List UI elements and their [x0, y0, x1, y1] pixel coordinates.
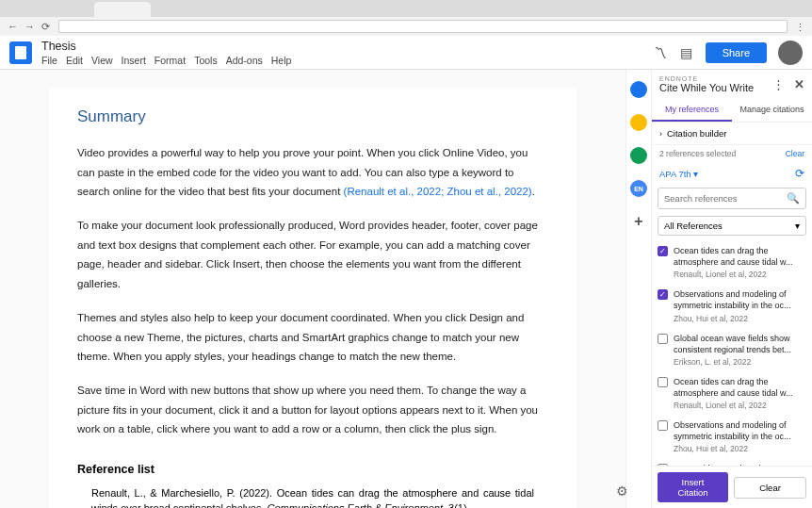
- menu-insert[interactable]: Insert: [122, 55, 146, 66]
- search-icon[interactable]: 🔍: [787, 192, 800, 205]
- paragraph-1: Video provides a powerful way to help yo…: [77, 143, 548, 202]
- reference-body: Observations and modeling of symmetric i…: [674, 419, 806, 453]
- reference-entry: Renault, L., & Marchesiello, P. (2022). …: [77, 485, 548, 508]
- ref-journal: Communications Earth & Environment: [268, 502, 443, 508]
- reference-item[interactable]: Global ocean wave fields show consistent…: [652, 329, 812, 372]
- reference-search[interactable]: 🔍: [658, 188, 806, 209]
- selection-status-row: 2 references selected Clear: [652, 145, 812, 162]
- header-right: 〽 ▤ Share: [653, 41, 803, 65]
- menu-edit[interactable]: Edit: [66, 55, 83, 66]
- sidebar-brand: ENDNOTE: [659, 75, 754, 82]
- main-layout: Summary Video provides a powerful way to…: [0, 70, 812, 508]
- paragraph-4: Save time in Word with new buttons that …: [77, 381, 548, 439]
- document-page[interactable]: Summary Video provides a powerful way to…: [49, 89, 577, 508]
- document-title[interactable]: Thesis: [41, 40, 291, 53]
- reference-meta: Renault, Lionel et al, 2022: [674, 401, 806, 410]
- reference-item[interactable]: ✓Ocean tides can drag the atmosphere and…: [652, 241, 812, 285]
- reference-meta: Zhou, Hui et al, 2022: [674, 444, 806, 453]
- reference-checkbox[interactable]: ✓: [658, 289, 668, 300]
- refresh-icon[interactable]: ⟳: [795, 167, 804, 180]
- paragraph-2: To make your document look professionall…: [77, 216, 548, 294]
- reference-item[interactable]: ✓Observations and modeling of symmetric …: [652, 285, 812, 328]
- sidebar-close-icon[interactable]: ✕: [794, 77, 804, 91]
- addon-tasks-icon[interactable]: [630, 147, 647, 164]
- filter-label: All References: [664, 221, 723, 231]
- clear-button[interactable]: Clear: [734, 477, 806, 499]
- reference-title: Ocean tides can drag the atmosphere and …: [674, 376, 806, 399]
- reference-body: Ocean tides can drag the atmosphere and …: [674, 245, 806, 279]
- selection-count: 2 references selected: [659, 149, 736, 158]
- reference-checkbox[interactable]: ✓: [658, 246, 668, 256]
- browser-tab[interactable]: [94, 2, 151, 17]
- menu-help[interactable]: Help: [271, 55, 292, 66]
- inline-citation[interactable]: (Renault et al., 2022; Zhou et al., 2022…: [344, 186, 532, 197]
- activity-icon[interactable]: 〽: [653, 45, 668, 60]
- reference-body: Global ocean wave fields show consistent…: [674, 333, 806, 367]
- menu-format[interactable]: Format: [154, 55, 186, 66]
- tab-my-references[interactable]: My references: [652, 99, 732, 122]
- back-icon[interactable]: ←: [8, 21, 17, 32]
- comments-icon[interactable]: ▤: [679, 45, 694, 60]
- forward-icon[interactable]: →: [24, 21, 34, 32]
- addon-calendar-icon[interactable]: [630, 81, 647, 98]
- url-input[interactable]: [58, 20, 788, 33]
- heading-summary: Summary: [77, 107, 548, 126]
- tab-strip: [0, 0, 812, 17]
- ref-text-b: , 3(1).: [443, 502, 470, 508]
- doc-meta: Thesis File Edit View Insert Format Tool…: [41, 40, 291, 66]
- citation-style-label: APA 7th: [659, 169, 691, 179]
- url-bar-row: ← → ⟳ ⋮: [0, 17, 812, 36]
- add-addon-icon[interactable]: +: [630, 213, 647, 230]
- reference-list[interactable]: ✓Ocean tides can drag the atmosphere and…: [652, 239, 812, 466]
- sidebar-header: ENDNOTE Cite While You Write ⋮ ✕: [652, 70, 812, 99]
- share-button[interactable]: Share: [706, 42, 767, 63]
- reference-item[interactable]: Observations and modeling of symmetric i…: [652, 416, 812, 459]
- browser-menu-icon[interactable]: ⋮: [795, 22, 804, 31]
- reference-meta: Zhou, Hui et al, 2022: [674, 314, 806, 323]
- vertical-addon-strip: EN +: [625, 70, 652, 508]
- reference-checkbox[interactable]: [658, 420, 668, 431]
- sidebar-title: Cite While You Write: [659, 82, 754, 93]
- menu-view[interactable]: View: [91, 55, 113, 66]
- reference-body: Observations and modeling of symmetric i…: [674, 288, 806, 322]
- citation-style-row: APA 7th ▾ ⟳: [652, 162, 812, 185]
- reference-title: Ocean tides can drag the atmosphere and …: [674, 245, 806, 268]
- docs-logo-icon[interactable]: [9, 41, 32, 64]
- para1-text-b: .: [532, 186, 535, 197]
- browser-chrome: ← → ⟳ ⋮: [0, 0, 812, 36]
- addon-endnote-icon[interactable]: EN: [630, 180, 647, 197]
- clear-selection-link[interactable]: Clear: [786, 149, 804, 158]
- endnote-sidebar: ENDNOTE Cite While You Write ⋮ ✕ My refe…: [652, 70, 812, 508]
- paragraph-3: Themes and styles also help to keep your…: [77, 308, 548, 367]
- menu-bar: File Edit View Insert Format Tools Add-o…: [41, 55, 291, 66]
- menu-file[interactable]: File: [41, 55, 57, 66]
- menu-addons[interactable]: Add-ons: [226, 55, 263, 66]
- citation-style-dropdown[interactable]: APA 7th ▾: [659, 169, 698, 179]
- sidebar-tabs: My references Manage citations: [652, 99, 812, 123]
- reference-item[interactable]: Ocean tides can drag the atmosphere and …: [652, 372, 812, 416]
- chevron-right-icon: ›: [659, 129, 662, 139]
- reference-title: Global ocean wave fields show consistent…: [674, 333, 806, 355]
- reference-body: Ocean tides can drag the atmosphere and …: [674, 376, 806, 410]
- sidebar-footer: Insert Citation Clear: [652, 466, 812, 508]
- reference-checkbox[interactable]: [658, 377, 668, 387]
- reference-checkbox[interactable]: [658, 334, 668, 344]
- addon-keep-icon[interactable]: [630, 114, 647, 131]
- insert-citation-button[interactable]: Insert Citation: [658, 472, 728, 502]
- reference-list-heading: Reference list: [77, 463, 548, 476]
- reference-item[interactable]: Ocean tides can drag the atmosphere and …: [652, 459, 812, 466]
- citation-builder-toggle[interactable]: › Citation builder: [652, 123, 812, 145]
- sidebar-menu-icon[interactable]: ⋮: [772, 77, 785, 91]
- app-header: Thesis File Edit View Insert Format Tool…: [0, 36, 812, 70]
- reference-search-input[interactable]: [664, 193, 787, 204]
- user-avatar[interactable]: [778, 41, 803, 65]
- chevron-down-icon: ▾: [795, 221, 800, 231]
- reference-title: Observations and modeling of symmetric i…: [674, 288, 806, 311]
- reload-icon[interactable]: ⟳: [41, 21, 51, 33]
- menu-tools[interactable]: Tools: [194, 55, 218, 66]
- settings-gear-icon[interactable]: ⚙: [616, 483, 628, 499]
- reference-filter-dropdown[interactable]: All References ▾: [658, 216, 806, 236]
- document-canvas: Summary Video provides a powerful way to…: [0, 70, 625, 508]
- tab-manage-citations[interactable]: Manage citations: [732, 99, 812, 122]
- reference-meta: Renault, Lionel et al, 2022: [674, 270, 806, 279]
